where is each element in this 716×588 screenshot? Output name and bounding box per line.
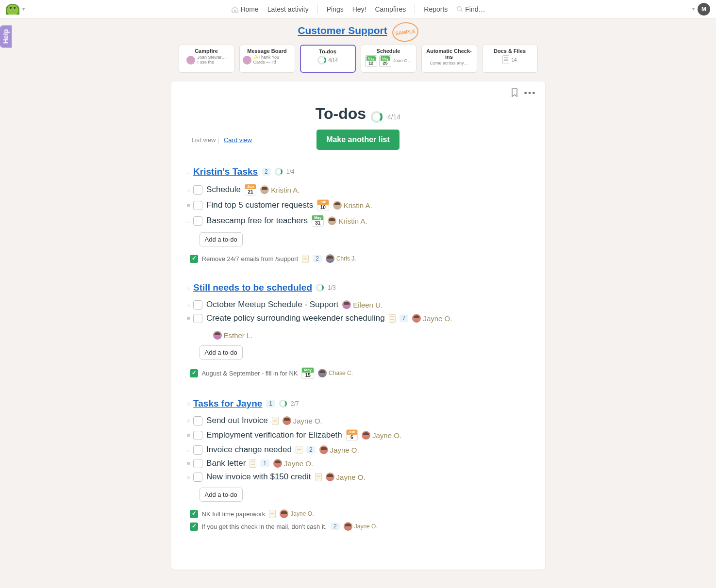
assignee[interactable]: Jayne O. <box>319 445 359 454</box>
account-menu-caret-icon[interactable]: ▾ <box>22 6 25 12</box>
drag-handle-icon[interactable]: ≡ <box>187 400 190 408</box>
note-icon[interactable] <box>315 473 322 481</box>
assignee[interactable]: Eileen U. <box>342 300 383 309</box>
drag-handle-icon[interactable]: ≡ <box>187 460 190 467</box>
add-todo-button[interactable]: Add a to-do <box>200 488 243 502</box>
add-todo-button[interactable]: Add a to-do <box>200 345 243 359</box>
tool-docs[interactable]: Docs & Files 14 <box>482 45 538 73</box>
note-icon[interactable] <box>389 314 396 323</box>
nav-home[interactable]: Home <box>231 5 258 13</box>
comment-count-badge[interactable]: 2 <box>262 168 271 176</box>
todo-text[interactable]: New invoice with $150 credit <box>206 472 311 482</box>
assignee[interactable]: Jayne O. <box>326 473 366 481</box>
tool-checkins[interactable]: Automatic Check-ins Come across any… <box>421 45 477 73</box>
todo-checkbox[interactable] <box>193 459 202 468</box>
comment-count-badge[interactable]: 2 <box>313 255 322 262</box>
tool-todos[interactable]: To-dos 4/14 <box>300 45 356 73</box>
drag-handle-icon[interactable]: ≡ <box>187 284 190 292</box>
list-title[interactable]: Tasks for Jayne <box>193 398 262 409</box>
drag-handle-icon[interactable]: ≡ <box>187 432 190 439</box>
drag-handle-icon[interactable]: ≡ <box>187 417 190 425</box>
list-view-toggle[interactable]: List view <box>192 136 216 144</box>
note-icon[interactable] <box>296 446 302 454</box>
todo-checkbox[interactable] <box>193 300 202 310</box>
nav-campfires[interactable]: Campfires <box>375 5 406 13</box>
todo-text[interactable]: Send out Invoice <box>206 416 268 425</box>
note-icon[interactable] <box>250 459 256 468</box>
assignee[interactable]: Chase C. <box>318 369 353 377</box>
comment-count-badge[interactable]: 1 <box>260 459 269 467</box>
todo-checkbox[interactable] <box>193 445 202 455</box>
make-list-button[interactable]: Make another list <box>316 130 400 150</box>
todo-checkbox[interactable] <box>193 314 202 323</box>
more-menu-button[interactable]: ••• <box>524 88 536 98</box>
assignee[interactable]: Jayne O. <box>283 416 322 425</box>
todo-text[interactable]: NK full time paperwork <box>202 510 266 518</box>
assignee[interactable]: Chris J. <box>326 254 356 263</box>
user-avatar[interactable]: M <box>698 3 710 16</box>
logo-icon[interactable] <box>6 4 19 15</box>
nav-pings[interactable]: Pings <box>327 5 344 13</box>
assignee[interactable]: Jayne O. <box>344 522 378 531</box>
bookmark-button[interactable] <box>511 88 518 98</box>
user-menu-caret-icon[interactable]: ▾ <box>692 6 695 12</box>
assignee[interactable]: Esther L. <box>213 331 253 340</box>
assignee[interactable]: Jayne O. <box>273 459 313 468</box>
nav-reports[interactable]: Reports <box>424 5 448 13</box>
list-title[interactable]: Kristin's Tasks <box>193 166 258 177</box>
todo-text[interactable]: Employment verification for Elizabeth <box>206 430 342 440</box>
nav-hey[interactable]: Hey! <box>352 5 366 13</box>
assignee[interactable]: Kristin A. <box>260 185 300 194</box>
todo-checkbox-checked[interactable] <box>190 255 198 263</box>
card-view-toggle[interactable]: Card view <box>224 136 252 144</box>
note-icon[interactable] <box>269 510 276 518</box>
todo-text[interactable]: Invoice change needed <box>206 445 292 455</box>
nav-find[interactable]: Find… <box>456 5 485 13</box>
assignee[interactable]: Kristin A. <box>333 201 372 210</box>
nav-latest[interactable]: Latest activity <box>267 5 309 13</box>
comment-count-badge[interactable]: 7 <box>400 314 409 322</box>
add-todo-button[interactable]: Add a to-do <box>200 232 243 246</box>
assignee[interactable]: Jayne O. <box>412 314 452 323</box>
tool-campfire[interactable]: Campfire Joan Stewar…I use the <box>179 45 234 73</box>
drag-handle-icon[interactable]: ≡ <box>187 168 190 176</box>
todo-checkbox[interactable] <box>193 416 202 425</box>
todo-checkbox-checked[interactable] <box>190 510 198 518</box>
drag-handle-icon[interactable]: ≡ <box>187 315 190 322</box>
todo-text[interactable]: Schedule <box>206 185 241 195</box>
todo-text[interactable]: Find top 5 customer requests <box>206 200 313 210</box>
project-title[interactable]: Customer Support <box>298 25 387 36</box>
tool-message-board[interactable]: Message Board ✨Thank You Cards — I'd <box>239 45 295 73</box>
comment-count-badge[interactable]: 1 <box>266 400 275 408</box>
note-icon[interactable] <box>272 417 279 425</box>
drag-handle-icon[interactable]: ≡ <box>187 301 190 309</box>
drag-handle-icon[interactable]: ≡ <box>187 446 190 454</box>
todo-text[interactable]: Bank letter <box>206 458 246 468</box>
todo-text[interactable]: August & September - fill in for NK <box>202 370 298 377</box>
todo-text[interactable]: Remove 24/7 emails from /support <box>202 255 299 262</box>
todo-checkbox[interactable] <box>193 473 202 482</box>
todo-checkbox[interactable] <box>193 185 202 195</box>
comment-count-badge[interactable]: 2 <box>306 446 316 454</box>
todo-checkbox-checked[interactable] <box>190 369 198 377</box>
todo-checkbox[interactable] <box>193 201 202 210</box>
assignee-name: Jayne O. <box>372 431 401 440</box>
todo-text[interactable]: October Meetup Schedule - Support <box>206 300 338 310</box>
assignee[interactable]: Jayne O. <box>280 509 314 518</box>
todo-checkbox[interactable] <box>193 431 202 440</box>
list-title[interactable]: Still needs to be scheduled <box>193 282 312 293</box>
todo-text[interactable]: Create policy surrounding weekender sche… <box>206 313 385 323</box>
drag-handle-icon[interactable]: ≡ <box>187 202 190 209</box>
todo-checkbox[interactable] <box>193 216 202 226</box>
todo-text[interactable]: If you get this check in the mail, don't… <box>202 523 327 530</box>
todo-text[interactable]: Basecamp free for teachers <box>206 216 308 226</box>
drag-handle-icon[interactable]: ≡ <box>187 474 190 481</box>
comment-count-badge[interactable]: 2 <box>331 523 340 530</box>
todo-checkbox-checked[interactable] <box>190 523 198 531</box>
assignee[interactable]: Jayne O. <box>362 431 401 440</box>
assignee[interactable]: Kristin A. <box>328 216 367 225</box>
note-icon[interactable] <box>302 255 309 263</box>
drag-handle-icon[interactable]: ≡ <box>187 217 190 225</box>
drag-handle-icon[interactable]: ≡ <box>187 186 190 194</box>
tool-schedule[interactable]: Schedule May12 May25 Joan O… <box>361 45 416 73</box>
